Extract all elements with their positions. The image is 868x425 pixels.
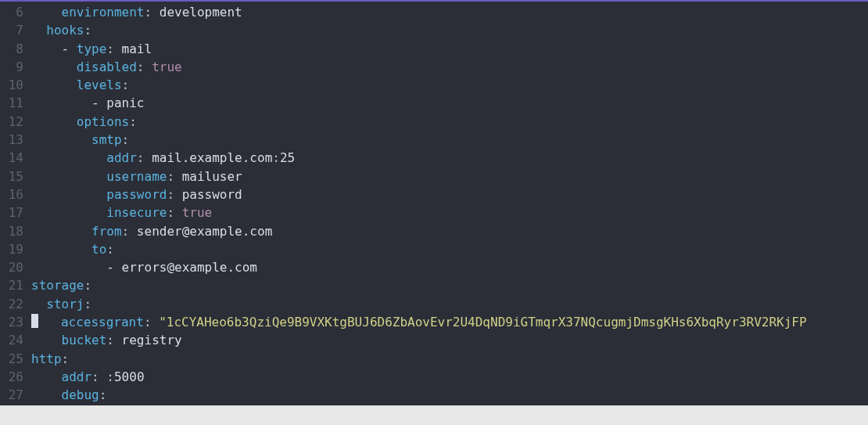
- line-number: 27: [0, 386, 28, 404]
- code-line[interactable]: storage:: [31, 276, 868, 294]
- line-number: 8: [0, 40, 28, 58]
- code-editor[interactable]: 6789101112131415161718192021222324252627…: [0, 0, 868, 405]
- code-token: accessgrant: [61, 315, 144, 330]
- code-line[interactable]: smtp:: [31, 131, 868, 149]
- code-line[interactable]: accessgrant: "1cCYAHeo6b3QziQe9B9VXKtgBU…: [31, 313, 868, 331]
- code-line[interactable]: hooks:: [31, 21, 868, 39]
- code-token: :: [144, 315, 152, 330]
- code-line[interactable]: from: sender@example.com: [31, 222, 868, 240]
- line-number: 13: [0, 131, 28, 149]
- code-token: options: [77, 114, 129, 129]
- code-token: password: [174, 187, 242, 202]
- code-token: environment: [62, 5, 145, 20]
- code-token: -: [31, 41, 77, 56]
- code-token: :: [167, 187, 174, 202]
- code-token: [31, 169, 106, 184]
- code-token: [31, 333, 62, 348]
- code-token: :: [84, 297, 91, 312]
- code-token: mailuser: [174, 169, 242, 184]
- code-token: :: [106, 333, 114, 348]
- line-number: 14: [0, 149, 28, 167]
- line-number: 9: [0, 58, 28, 76]
- code-line[interactable]: levels:: [31, 76, 868, 94]
- code-token: development: [152, 5, 242, 20]
- code-token: :: [137, 59, 145, 74]
- code-token: :: [167, 205, 174, 220]
- line-number: 25: [0, 350, 28, 368]
- code-token: :: [137, 150, 145, 165]
- code-token: :: [106, 41, 114, 56]
- code-line[interactable]: addr: mail.example.com:25: [31, 149, 868, 167]
- code-token: :: [122, 132, 130, 147]
- code-token: insecure: [106, 205, 167, 220]
- code-token: :: [62, 351, 70, 366]
- code-line[interactable]: debug:: [31, 386, 868, 404]
- code-line[interactable]: - type: mail: [31, 40, 868, 58]
- code-line[interactable]: addr: :5000: [31, 368, 868, 386]
- code-line[interactable]: options:: [31, 113, 868, 131]
- code-token: [31, 297, 46, 312]
- code-line[interactable]: password: password: [31, 185, 868, 203]
- code-token: :: [145, 5, 152, 20]
- code-line[interactable]: - panic: [31, 94, 868, 112]
- code-token: 25: [280, 150, 295, 165]
- line-number: 17: [0, 203, 28, 222]
- code-token: [31, 77, 77, 92]
- code-line[interactable]: insecure: true: [31, 203, 868, 222]
- code-token: password: [106, 187, 167, 202]
- text-cursor: [31, 314, 38, 328]
- code-line[interactable]: http:: [31, 350, 868, 368]
- code-token: username: [106, 169, 167, 184]
- code-token: :: [129, 114, 137, 129]
- code-line[interactable]: username: mailuser: [31, 167, 868, 185]
- code-token: [145, 59, 152, 74]
- code-token: :: [84, 23, 91, 38]
- code-line[interactable]: storj:: [31, 295, 868, 313]
- line-number: 22: [0, 295, 28, 313]
- code-token: addr: [106, 150, 137, 165]
- code-token: :: [91, 369, 99, 384]
- line-number: 16: [0, 185, 28, 203]
- code-token: hooks: [46, 23, 84, 38]
- code-line[interactable]: environment: development: [31, 3, 868, 21]
- code-token: levels: [77, 77, 122, 92]
- code-token: storj: [46, 297, 84, 312]
- code-token: [31, 224, 91, 239]
- code-token: mail: [114, 41, 152, 56]
- code-token: [31, 59, 77, 74]
- code-token: addr: [62, 369, 92, 384]
- code-token: to: [91, 242, 106, 257]
- code-token: type: [77, 41, 107, 56]
- code-area[interactable]: environment: development hooks: - type: …: [31, 2, 868, 405]
- code-token: bucket: [62, 333, 107, 348]
- code-token: true: [152, 59, 182, 74]
- code-token: [31, 242, 91, 257]
- status-bar: cmd/registry/config-dev.yml (23,1) | ft:…: [0, 405, 868, 425]
- code-token: :: [122, 224, 130, 239]
- code-token: [31, 205, 106, 220]
- code-token: http: [31, 351, 62, 366]
- line-number: 7: [0, 21, 28, 39]
- code-token: [99, 369, 107, 384]
- code-token: :: [106, 242, 114, 257]
- code-line[interactable]: to:: [31, 240, 868, 258]
- code-token: :: [84, 278, 91, 293]
- line-number: 15: [0, 167, 28, 185]
- line-number: 19: [0, 240, 28, 258]
- code-line[interactable]: disabled: true: [31, 58, 868, 76]
- code-token: "1cCYAHeo6b3QziQe9B9VXKtgBUJ6D6ZbAovEvr2…: [159, 315, 806, 330]
- line-number: 12: [0, 113, 28, 131]
- code-token: [174, 205, 182, 220]
- code-line[interactable]: - errors@example.com: [31, 258, 868, 276]
- code-token: true: [182, 205, 213, 220]
- code-token: sender@example.com: [129, 224, 272, 239]
- code-token: - panic: [31, 95, 145, 110]
- code-token: [31, 369, 62, 384]
- code-token: disabled: [77, 59, 137, 74]
- line-number: 18: [0, 222, 28, 240]
- code-token: :: [122, 77, 130, 92]
- line-number: 21: [0, 276, 28, 294]
- code-token: [38, 315, 61, 330]
- code-line[interactable]: bucket: registry: [31, 331, 868, 349]
- code-token: [31, 187, 106, 202]
